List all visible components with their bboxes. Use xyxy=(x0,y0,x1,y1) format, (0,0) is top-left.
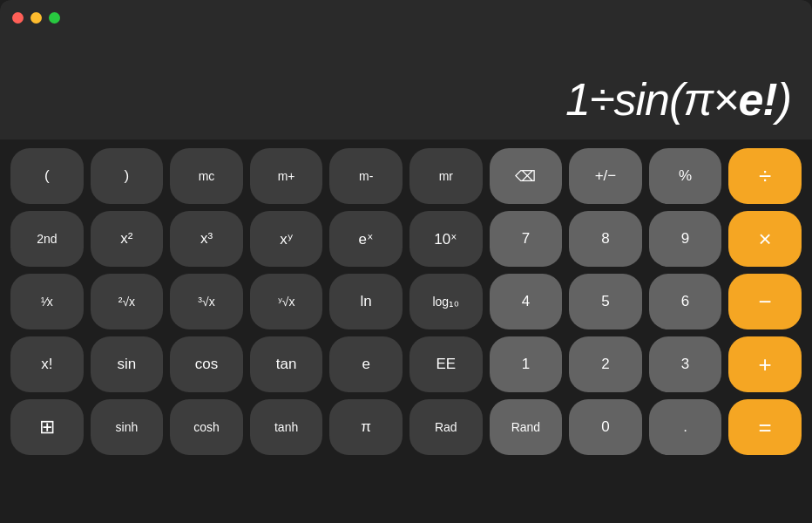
button-_[interactable]: + xyxy=(728,336,802,392)
button-__x[interactable]: ²√x xyxy=(91,274,164,329)
button-2[interactable]: 2 xyxy=(569,336,642,392)
button-0[interactable]: 0 xyxy=(569,399,642,455)
button-tan[interactable]: tan xyxy=(250,336,323,392)
button-x_[interactable]: x³ xyxy=(170,211,243,267)
button-_[interactable]: = xyxy=(728,399,802,455)
button-2nd[interactable]: 2nd xyxy=(10,211,84,267)
button-_[interactable]: − xyxy=(728,274,802,329)
titlebar xyxy=(0,0,812,35)
button-row-3: x!sincostaneEE123+ xyxy=(10,336,802,392)
button-_[interactable]: ( xyxy=(10,148,84,204)
buttons-area: ()mcm+m-mr⌫+/−%÷2ndx²x³xʸeˣ10ˣ789×¹⁄x²√x… xyxy=(0,139,812,465)
button-1[interactable]: 1 xyxy=(490,336,563,392)
button-m_[interactable]: m- xyxy=(329,148,403,204)
button-_[interactable]: ⊞ xyxy=(10,399,84,455)
expression-text: 1÷sin(π×e!) xyxy=(565,73,791,126)
close-button[interactable] xyxy=(12,12,24,24)
button-row-1: 2ndx²x³xʸeˣ10ˣ789× xyxy=(10,211,802,267)
button-3[interactable]: 3 xyxy=(649,336,722,392)
button-sinh[interactable]: sinh xyxy=(91,399,164,455)
button-rand[interactable]: Rand xyxy=(490,399,563,455)
button-tanh[interactable]: tanh xyxy=(250,399,323,455)
button-___[interactable]: +/− xyxy=(569,148,642,204)
maximize-button[interactable] xyxy=(49,12,60,24)
button-mr[interactable]: mr xyxy=(409,148,483,204)
button-9[interactable]: 9 xyxy=(649,211,722,267)
button-__x[interactable]: ³√x xyxy=(170,274,243,329)
button-x_[interactable]: x! xyxy=(10,336,84,392)
button-_[interactable]: ) xyxy=(91,148,164,204)
button-ln[interactable]: ln xyxy=(329,274,403,329)
button-5[interactable]: 5 xyxy=(569,274,642,329)
button-10_[interactable]: 10ˣ xyxy=(409,211,483,267)
button-log__[interactable]: log₁₀ xyxy=(409,274,483,329)
button-_[interactable]: . xyxy=(649,399,722,455)
button-_[interactable]: × xyxy=(728,211,802,267)
button-x_[interactable]: x² xyxy=(91,211,164,267)
button-row-4: ⊞sinhcoshtanhπRadRand0.= xyxy=(10,399,802,455)
button-row-0: ()mcm+m-mr⌫+/−%÷ xyxy=(10,148,802,204)
button-__x[interactable]: ʸ√x xyxy=(250,274,323,329)
minimize-button[interactable] xyxy=(30,12,42,24)
button-4[interactable]: 4 xyxy=(490,274,563,329)
button-8[interactable]: 8 xyxy=(569,211,642,267)
button-rad[interactable]: Rad xyxy=(409,399,483,455)
button-x_[interactable]: xʸ xyxy=(250,211,323,267)
button-_[interactable]: % xyxy=(649,148,722,204)
button-m_[interactable]: m+ xyxy=(250,148,323,204)
button-_[interactable]: ⌫ xyxy=(490,148,563,204)
button-cos[interactable]: cos xyxy=(170,336,243,392)
button-e_[interactable]: eˣ xyxy=(329,211,403,267)
button-6[interactable]: 6 xyxy=(649,274,722,329)
button-e[interactable]: e xyxy=(329,336,403,392)
button-_[interactable]: ÷ xyxy=(728,148,802,204)
button-sin[interactable]: sin xyxy=(91,336,164,392)
button-_[interactable]: π xyxy=(329,399,403,455)
button-ee[interactable]: EE xyxy=(409,336,483,392)
button-mc[interactable]: mc xyxy=(170,148,243,204)
display: 1÷sin(π×e!) xyxy=(0,35,812,139)
button-cosh[interactable]: cosh xyxy=(170,399,243,455)
button-__x[interactable]: ¹⁄x xyxy=(10,274,84,329)
button-7[interactable]: 7 xyxy=(490,211,563,267)
button-row-2: ¹⁄x²√x³√xʸ√xlnlog₁₀456− xyxy=(10,274,802,329)
